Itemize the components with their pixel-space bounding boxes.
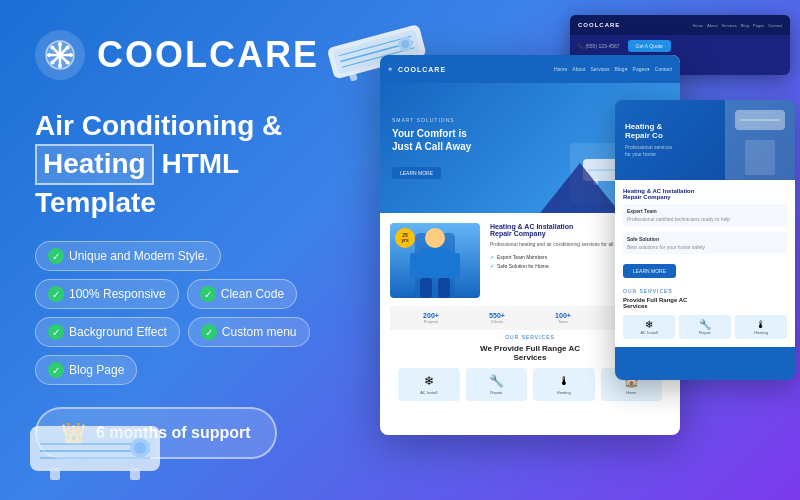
tagline-line1: Air Conditioning & (35, 110, 282, 141)
ac-unit-bottom (20, 406, 180, 500)
mockup-third-btn[interactable]: LEARN MORE (623, 264, 676, 278)
badge-custommenu: ✓ Custom menu (188, 317, 310, 347)
stat-num-2: 550+ (466, 312, 528, 319)
mockup-sec-content: 📞 (555) 123-4567 Get A Quote (570, 35, 790, 57)
svg-point-8 (69, 53, 73, 57)
feature1-title: Expert Team (627, 208, 783, 214)
mockup-hero-text: SMART SOLUTIONS Your Comfort isJust A Ca… (392, 117, 471, 179)
mockup-stat-2: 550+ Clients (466, 312, 528, 324)
stat-num-3: 100+ (532, 312, 594, 319)
svg-rect-39 (410, 253, 422, 278)
badge-cleancode-label: Clean Code (221, 287, 284, 301)
left-panel: COOLCARE Air Conditioning & Heating HTML… (0, 0, 370, 500)
mockup-hero-title: Your Comfort isJust A Call Away (392, 127, 471, 153)
service-icon-2: 🔧 (472, 374, 522, 388)
mockup-sec-nav: Home About Services Blog Pages Contact (692, 23, 782, 28)
service-label-1: AC Install (404, 390, 454, 395)
service-label-4: Home (607, 390, 657, 395)
check-icon-unique: ✓ (48, 248, 64, 264)
mockup-nav-pages: Pages▾ (633, 66, 650, 72)
svg-point-37 (425, 228, 445, 248)
third-svc-2: 🔧 Repair (679, 315, 731, 339)
third-hero-img (725, 100, 795, 180)
third-svc-1: ❄ AC Install (623, 315, 675, 339)
logo-icon (35, 30, 85, 80)
svg-point-12 (50, 61, 54, 65)
service-card-1: ❄ AC Install (398, 368, 460, 401)
badge-unique-label: Unique and Modern Style. (69, 249, 208, 263)
mockup-third-feature-2: Safe Solution Best solutions for your ho… (623, 232, 787, 255)
mockup-nav-about: About (572, 66, 585, 72)
mockup-hero-btn: LEARN MORE (392, 167, 441, 179)
badge-cleancode: ✓ Clean Code (187, 279, 297, 309)
badge-unique: ✓ Unique and Modern Style. (35, 241, 221, 271)
mockup-hero-sub: SMART SOLUTIONS (392, 117, 471, 123)
nav-pages: Pages (753, 23, 764, 28)
mockup-stat-3: 100+ Team (532, 312, 594, 324)
stat-label-3: Team (532, 319, 594, 324)
service-label-2: Repair (472, 390, 522, 395)
check-icon-blogpage: ✓ (48, 362, 64, 378)
right-panel: COOLCARE Home About Services Blog Pages … (330, 0, 800, 500)
nav-about: About (707, 23, 717, 28)
third-services-section: OUR SERVICES Provide Full Range ACServic… (623, 288, 787, 339)
badge-bgeffect-label: Background Effect (69, 325, 167, 339)
stat-label-1: Projects (400, 319, 462, 324)
badge-bgeffect: ✓ Background Effect (35, 317, 180, 347)
mockup-main-logo: COOLCARE (398, 66, 446, 73)
mockup-main-nav: Home About Services Blog▾ Pages▾ Contact (554, 66, 672, 72)
years-badge: 25yrs (395, 228, 415, 248)
svg-rect-21 (130, 468, 140, 480)
mockup-third-hero: Heating &Repair Co Professional services… (615, 100, 795, 180)
badge-custommenu-label: Custom menu (222, 325, 297, 339)
feature2-title: Safe Solution (627, 236, 783, 242)
mockup-sec-logo: COOLCARE (578, 22, 620, 28)
svg-point-10 (66, 61, 70, 65)
feature2-desc: Best solutions for your home safety (627, 244, 783, 251)
svg-point-9 (50, 45, 54, 49)
svg-rect-40 (448, 253, 460, 278)
nav-services: Services (722, 23, 737, 28)
mockup-sec-phone: 📞 (555) 123-4567 (578, 43, 620, 49)
third-svc-3: 🌡 Heating (735, 315, 787, 339)
triangle-decoration (540, 163, 620, 213)
logo-row: COOLCARE (35, 30, 335, 80)
highlight-word: Heating (35, 144, 154, 184)
svg-point-19 (134, 442, 146, 454)
mockup-nav-blog: Blog▾ (615, 66, 628, 72)
third-services-icons: ❄ AC Install 🔧 Repair 🌡 Heating (623, 315, 787, 339)
mockup-nav-contact: Contact (655, 66, 672, 72)
service-card-3: 🌡 Heating (533, 368, 595, 401)
check-icon-cleancode: ✓ (200, 286, 216, 302)
mockup-nav-services: Services (590, 66, 609, 72)
nav-contact: Contact (768, 23, 782, 28)
badge-responsive-label: 100% Responsive (69, 287, 166, 301)
nav-blog: Blog (741, 23, 749, 28)
badge-blogpage-label: Blog Page (69, 363, 124, 377)
mockup-third-section-title: Heating & AC InstallationRepair Company (623, 188, 787, 200)
svg-rect-41 (420, 278, 432, 298)
feature1-desc: Professional certified technicians ready… (627, 216, 783, 223)
headline: Air Conditioning & Heating HTML Template (35, 108, 335, 221)
check-icon-responsive: ✓ (48, 286, 64, 302)
badge-responsive: ✓ 100% Responsive (35, 279, 179, 309)
badge-blogpage: ✓ Blog Page (35, 355, 137, 385)
brand-name: COOLCARE (97, 34, 319, 76)
nav-home: Home (692, 23, 703, 28)
svg-point-7 (47, 53, 51, 57)
svg-point-5 (58, 42, 62, 46)
stat-num-1: 200+ (400, 312, 462, 319)
mockup-sec-cta: Get A Quote (628, 40, 671, 52)
mockup-stat-1: 200+ Projects (400, 312, 462, 324)
mockup-third: Heating &Repair Co Professional services… (615, 100, 795, 380)
svg-rect-42 (438, 278, 450, 298)
mockup-worker-image: 25yrs (390, 223, 480, 298)
mockup-third-content: Heating & AC InstallationRepair Company … (615, 180, 795, 347)
badges-container: ✓ Unique and Modern Style. ✓ 100% Respon… (35, 241, 335, 385)
service-icon-1: ❄ (404, 374, 454, 388)
stat-label-2: Clients (466, 319, 528, 324)
third-services-label: OUR SERVICES (623, 288, 787, 294)
svg-rect-38 (420, 248, 450, 278)
svg-point-11 (66, 45, 70, 49)
mockup-third-feature-1: Expert Team Professional certified techn… (623, 204, 787, 227)
